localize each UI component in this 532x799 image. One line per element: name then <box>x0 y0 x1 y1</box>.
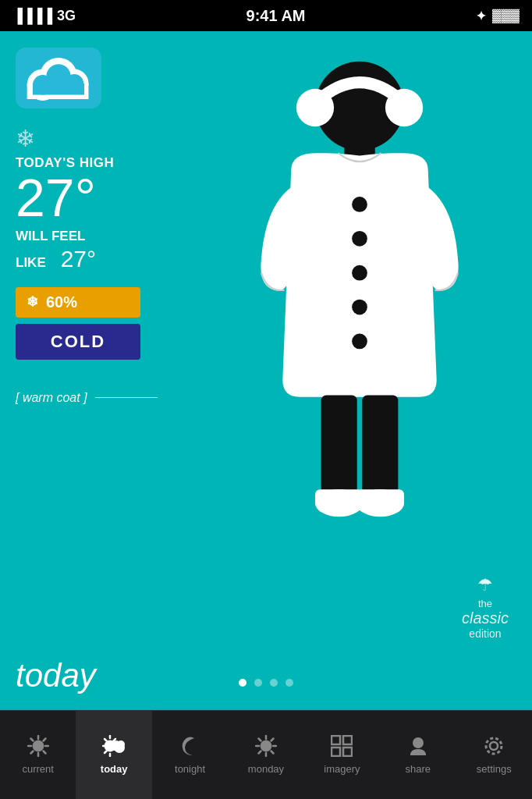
svg-line-52 <box>258 751 261 754</box>
svg-line-38 <box>105 751 107 754</box>
svg-point-24 <box>33 740 44 751</box>
today-icon <box>102 735 126 760</box>
current-icon <box>27 735 49 760</box>
tab-settings-label: settings <box>477 763 512 775</box>
svg-line-39 <box>114 739 116 741</box>
tab-current-label: current <box>22 763 53 775</box>
precipitation-badge: ❄ 60% <box>16 287 140 318</box>
svg-point-44 <box>261 740 271 751</box>
svg-point-57 <box>413 737 424 748</box>
condition-label: COLD <box>51 332 105 351</box>
svg-rect-18 <box>321 396 357 499</box>
status-time: 9:41 AM <box>246 7 306 25</box>
svg-rect-53 <box>332 736 340 744</box>
precip-percent: 60% <box>46 293 77 311</box>
main-content: ❄ TODAY'S HIGH 27° WILL FEELLIKE 27° ❄ 6… <box>0 31 532 710</box>
svg-line-51 <box>271 739 273 741</box>
brand-classic: classic <box>462 609 509 627</box>
share-icon <box>407 735 429 760</box>
svg-rect-21 <box>315 489 363 508</box>
tab-imagery-label: imagery <box>324 763 360 775</box>
left-panel: ❄ TODAY'S HIGH 27° WILL FEELLIKE 27° ❄ 6… <box>16 47 187 405</box>
dot-1 <box>239 679 246 687</box>
today-label: today <box>16 657 96 694</box>
signal-bars: ▐▐▐▐ <box>12 8 52 24</box>
svg-rect-54 <box>343 736 352 744</box>
svg-point-11 <box>385 89 423 126</box>
svg-rect-43 <box>113 746 124 751</box>
tab-bar: current today tonight monday imagery sha… <box>0 710 532 799</box>
feel-temp: 27° <box>61 246 96 272</box>
dot-3 <box>270 679 278 687</box>
svg-line-50 <box>271 751 273 754</box>
svg-point-13 <box>352 197 367 212</box>
warm-coat-label: [ warm coat ] <box>16 391 187 405</box>
brand-edition: edition <box>469 627 501 640</box>
svg-rect-8 <box>33 83 84 95</box>
tab-share[interactable]: share <box>380 711 456 799</box>
precip-snow-icon: ❄ <box>27 293 38 311</box>
tab-tonight-label: tonight <box>175 763 205 775</box>
status-bar: ▐▐▐▐ 3G 9:41 AM ✦ ▓▓▓ <box>0 0 532 31</box>
tab-today-label: today <box>101 763 128 775</box>
svg-line-30 <box>43 751 45 754</box>
page-dots <box>239 679 293 687</box>
network-type: 3G <box>57 8 76 24</box>
svg-line-32 <box>30 751 33 754</box>
condition-badge: COLD <box>16 324 140 360</box>
svg-point-59 <box>486 738 502 754</box>
classic-edition: ☂ the classic edition <box>462 575 509 640</box>
tab-settings[interactable]: settings <box>456 711 532 799</box>
tab-share-label: share <box>406 763 431 775</box>
will-feel-label: WILL FEELLIKE 27° <box>16 229 187 272</box>
dot-2 <box>254 679 262 687</box>
status-signal: ▐▐▐▐ 3G <box>12 8 76 24</box>
svg-point-16 <box>352 300 367 315</box>
temp-high: 27° <box>16 171 187 224</box>
battery-icon: ▓▓▓ <box>492 9 520 23</box>
tab-today[interactable]: today <box>76 711 151 799</box>
tab-monday-label: monday <box>248 763 284 775</box>
dot-4 <box>286 679 293 687</box>
settings-icon <box>483 735 505 760</box>
tab-monday[interactable]: monday <box>228 711 303 799</box>
status-icons: ✦ ▓▓▓ <box>476 9 520 23</box>
figure-container <box>203 55 516 585</box>
cloud-icon <box>16 47 101 109</box>
svg-point-14 <box>352 231 367 247</box>
tonight-icon <box>180 735 200 760</box>
svg-rect-56 <box>343 748 352 756</box>
monday-icon <box>255 735 277 760</box>
svg-point-17 <box>352 334 367 350</box>
imagery-icon <box>331 735 353 760</box>
svg-line-29 <box>30 739 33 741</box>
svg-point-10 <box>296 89 334 126</box>
svg-point-58 <box>490 742 498 750</box>
brand-the: the <box>478 598 492 609</box>
svg-rect-19 <box>362 396 398 499</box>
weather-figure <box>235 55 484 585</box>
umbrella-icon: ☂ <box>462 575 509 595</box>
tab-imagery[interactable]: imagery <box>304 711 380 799</box>
svg-rect-55 <box>332 748 340 756</box>
svg-point-15 <box>352 265 367 281</box>
svg-line-37 <box>105 739 107 741</box>
snow-icon: ❄ <box>16 125 187 152</box>
tab-current[interactable]: current <box>0 711 76 799</box>
tab-tonight[interactable]: tonight <box>152 711 228 799</box>
svg-line-31 <box>43 739 45 741</box>
bluetooth-icon: ✦ <box>476 9 486 23</box>
svg-line-49 <box>258 739 261 741</box>
svg-rect-23 <box>356 489 404 508</box>
